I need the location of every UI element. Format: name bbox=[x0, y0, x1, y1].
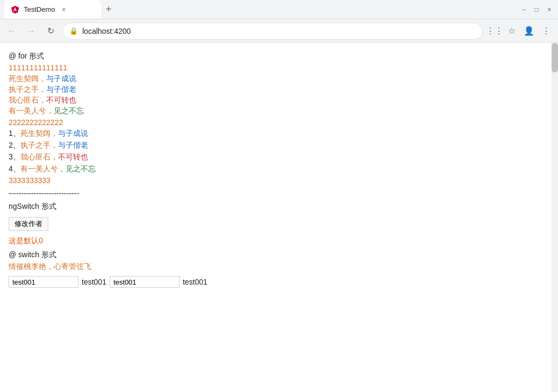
num-3-part1: 我心匪石， bbox=[20, 153, 58, 161]
num-1-part2: 与子成说 bbox=[58, 129, 88, 137]
svg-rect-3 bbox=[15, 9, 16, 10]
bookmark-icon[interactable]: ☆ bbox=[504, 24, 519, 39]
poem-1-part2: 与子成说 bbox=[46, 74, 76, 83]
numbers-line-3: 3333333333 bbox=[9, 176, 549, 185]
num-4-part2: 见之不忘 bbox=[66, 164, 96, 173]
numbered-item-1: 1、死生契阔，与子成说 bbox=[9, 129, 549, 139]
tab-favicon-icon bbox=[11, 5, 19, 14]
browser-titlebar: TestDemo × + − □ × bbox=[0, 0, 558, 19]
numbered-item-2: 2、执子之手，与子偕老 bbox=[9, 141, 549, 150]
num-2-part1: 执子之手， bbox=[20, 141, 58, 149]
tab-title: TestDemo bbox=[24, 5, 55, 13]
test-input-1[interactable] bbox=[9, 276, 78, 288]
numbers-line-2: 2222222222222 bbox=[9, 118, 549, 127]
numbers-line-1: 11111111111111 bbox=[9, 63, 549, 72]
address-bar[interactable]: 🔒 localhost:4200 bbox=[62, 23, 483, 40]
new-tab-button[interactable]: + bbox=[101, 2, 116, 17]
num-3-part2: 不可转也 bbox=[58, 153, 88, 161]
maximize-button[interactable]: □ bbox=[532, 5, 541, 14]
poem-4-part1: 有一美人兮， bbox=[9, 106, 54, 115]
inline-label-1: test001 bbox=[82, 278, 106, 286]
address-text: localhost:4200 bbox=[82, 27, 476, 35]
poem-2-part1: 执子之手， bbox=[9, 85, 46, 93]
for-section-label: @ for 形式 bbox=[9, 52, 549, 61]
numbered-item-3: 3、我心匪石，不可转也 bbox=[9, 153, 549, 162]
google-apps-icon[interactable]: ⋮⋮ bbox=[487, 24, 502, 39]
switch-form-label: @ switch 形式 bbox=[9, 250, 549, 260]
poem-line-1: 死生契阔，与子成说 bbox=[9, 74, 549, 84]
forward-button[interactable]: → bbox=[24, 24, 39, 39]
num-2: 2、 bbox=[9, 141, 20, 149]
num-3: 3、 bbox=[9, 153, 20, 161]
scrollbar-track[interactable] bbox=[552, 43, 558, 392]
page-content: @ for 形式 11111111111111 死生契阔，与子成说 执子之手，与… bbox=[0, 43, 558, 392]
poem-line-4: 有一美人兮，见之不忘 bbox=[9, 106, 549, 116]
poem-4-part2: 见之不忘 bbox=[54, 106, 84, 115]
inline-label-2: test001 bbox=[183, 278, 208, 286]
switch-poem-line: 情催桃李艳，心寄管弦飞 bbox=[9, 262, 549, 272]
num-1-part1: 死生契阔， bbox=[20, 129, 58, 137]
lock-icon: 🔒 bbox=[69, 27, 78, 35]
poem-3-part2: 不可转也 bbox=[46, 96, 76, 104]
bottom-spacer bbox=[9, 292, 549, 314]
minimize-button[interactable]: − bbox=[519, 5, 528, 14]
refresh-button[interactable]: ↻ bbox=[43, 24, 58, 39]
num-2-part2: 与子偕老 bbox=[58, 141, 88, 149]
browser-navbar: ← → ↻ 🔒 localhost:4200 ⋮⋮ ☆ 👤 ⋮ bbox=[0, 19, 558, 43]
profile-icon[interactable]: 👤 bbox=[521, 24, 536, 39]
window-controls: − □ × bbox=[519, 5, 554, 14]
ngswitch-label: ngSwitch 形式 bbox=[9, 202, 549, 212]
back-button[interactable]: ← bbox=[4, 24, 19, 39]
nav-icons-right: ⋮⋮ ☆ 👤 ⋮ bbox=[487, 24, 554, 39]
num-4-part1: 有一美人兮， bbox=[20, 164, 66, 173]
menu-icon[interactable]: ⋮ bbox=[539, 24, 554, 39]
num-4: 4、 bbox=[9, 164, 20, 173]
tab-close-button[interactable]: × bbox=[60, 5, 68, 14]
active-tab[interactable]: TestDemo × bbox=[4, 0, 101, 19]
poem-line-2: 执子之手，与子偕老 bbox=[9, 85, 549, 95]
poem-2-part2: 与子偕老 bbox=[46, 85, 76, 93]
divider: ---------------------------- bbox=[9, 189, 549, 198]
numbered-item-4: 4、有一美人兮，见之不忘 bbox=[9, 164, 549, 174]
scrollbar-thumb[interactable] bbox=[552, 43, 558, 72]
switch-poem-text: 情催桃李艳，心寄管弦飞 bbox=[9, 262, 91, 271]
poem-3-part1: 我心匪石， bbox=[9, 96, 46, 104]
tab-bar: TestDemo × + bbox=[4, 0, 515, 19]
close-window-button[interactable]: × bbox=[545, 5, 554, 14]
num-1: 1、 bbox=[9, 129, 20, 137]
test-input-2[interactable] bbox=[110, 276, 180, 288]
default-text: 这是默认0 bbox=[9, 236, 549, 246]
modify-author-button[interactable]: 修改作者 bbox=[9, 217, 48, 231]
poem-line-3: 我心匪石，不可转也 bbox=[9, 96, 549, 105]
input-row: test001 test001 bbox=[9, 276, 549, 288]
poem-1-part1: 死生契阔， bbox=[9, 74, 46, 83]
